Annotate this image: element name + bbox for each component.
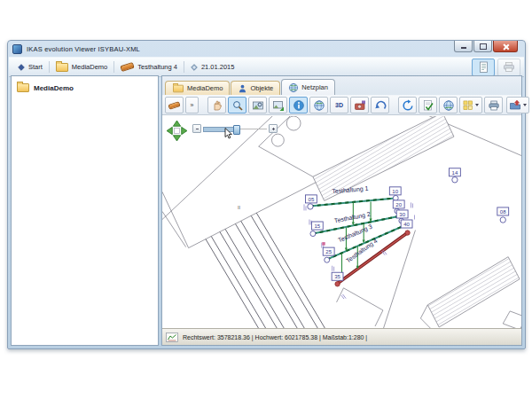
printer-icon bbox=[503, 61, 515, 73]
tree-item-mediademo[interactable]: MediaDemo bbox=[12, 76, 158, 99]
zoom-window-icon bbox=[252, 99, 264, 112]
globe-view-button[interactable] bbox=[309, 97, 328, 113]
svg-text:05: 05 bbox=[309, 196, 315, 202]
zoom-slider-handle[interactable] bbox=[233, 125, 240, 135]
node-marker: 20 bbox=[393, 200, 404, 208]
select-objects-button[interactable] bbox=[419, 97, 437, 113]
maximize-icon bbox=[480, 43, 487, 50]
pan-left-arrow[interactable] bbox=[167, 127, 172, 134]
objects-icon bbox=[238, 83, 247, 94]
svg-text:20: 20 bbox=[395, 201, 402, 207]
pan-navigation-control[interactable] bbox=[166, 120, 188, 142]
3d-label: 3D bbox=[335, 102, 343, 108]
snapshot-icon bbox=[354, 99, 366, 112]
breadcrumb-item-testhaltung[interactable]: Testhaltung 4 bbox=[115, 61, 183, 73]
info-icon bbox=[293, 99, 305, 112]
breadcrumb-item-start[interactable]: Start bbox=[12, 61, 48, 73]
globe-icon bbox=[442, 99, 455, 112]
node-marker: 05 bbox=[306, 195, 317, 203]
main-content: MediaDemo MediaDemo Obje bbox=[11, 75, 522, 346]
app-window: IKAS evolution Viewer ISYBAU-XML Start M… bbox=[7, 40, 526, 349]
pan-center[interactable] bbox=[174, 128, 179, 133]
minimize-icon bbox=[461, 47, 466, 49]
plus-icon bbox=[272, 128, 275, 130]
mouse-cursor-icon bbox=[224, 128, 232, 139]
more-label: » bbox=[191, 102, 194, 108]
tab-label: Objekte bbox=[250, 84, 273, 92]
breadcrumb-label: MediaDemo bbox=[72, 63, 107, 71]
selected-node-dot[interactable] bbox=[405, 231, 410, 235]
tab-mediademo[interactable]: MediaDemo bbox=[165, 81, 230, 95]
svg-text:30: 30 bbox=[399, 211, 405, 217]
report-button[interactable] bbox=[472, 59, 495, 76]
pipe-icon bbox=[121, 62, 135, 72]
view-3d-button[interactable]: 3D bbox=[330, 97, 348, 113]
zoom-out-button[interactable] bbox=[192, 124, 201, 133]
breadcrumb-label: Testhaltung 4 bbox=[137, 63, 177, 71]
tab-strip: MediaDemo Objekte bbox=[162, 76, 521, 95]
maximize-button[interactable] bbox=[473, 41, 492, 52]
close-button[interactable] bbox=[493, 41, 518, 52]
breadcrumb-item-inspection-date[interactable]: 21.01.2015 bbox=[185, 61, 240, 73]
pipe-label: Testhaltung 4 bbox=[345, 238, 379, 265]
pan-tool-button[interactable] bbox=[207, 97, 226, 113]
close-icon bbox=[503, 43, 509, 50]
export-button[interactable] bbox=[506, 97, 529, 113]
haltung-tool-button[interactable] bbox=[165, 97, 184, 113]
zoom-slider-line bbox=[236, 129, 267, 129]
netzplan-map-area[interactable]: II bbox=[162, 115, 521, 328]
hand-icon bbox=[211, 99, 223, 112]
svg-text:35: 35 bbox=[334, 273, 340, 279]
node-marker: 14 bbox=[450, 168, 461, 176]
tab-objekte[interactable]: Objekte bbox=[231, 81, 280, 95]
window-title: IKAS evolution Viewer ISYBAU-XML bbox=[27, 45, 140, 53]
svg-text:14: 14 bbox=[452, 169, 458, 176]
dropdown-caret-icon bbox=[475, 104, 479, 106]
breadcrumb-item-mediademo[interactable]: MediaDemo bbox=[51, 61, 113, 74]
pan-right-arrow[interactable] bbox=[182, 127, 187, 134]
pan-down-arrow[interactable] bbox=[173, 136, 180, 141]
zoom-extents-button[interactable] bbox=[269, 97, 287, 113]
node-marker: 10 bbox=[389, 187, 401, 195]
node-marker: 35 bbox=[332, 272, 343, 280]
undo-button[interactable] bbox=[371, 97, 389, 113]
svg-text:15: 15 bbox=[314, 223, 320, 229]
print-button[interactable] bbox=[497, 59, 520, 76]
zoom-slider-track[interactable] bbox=[203, 125, 267, 133]
start-icon bbox=[18, 64, 25, 71]
tab-netzplan[interactable]: Netzplan bbox=[281, 79, 335, 95]
refresh-button[interactable] bbox=[398, 97, 417, 113]
breadcrumb-label: Start bbox=[28, 63, 43, 71]
breadcrumb: Start MediaDemo Testhaltung 4 21.01.2015 bbox=[9, 57, 524, 77]
more-tools-button[interactable]: » bbox=[185, 97, 199, 113]
minimize-button[interactable] bbox=[454, 41, 473, 52]
zoom-slider[interactable] bbox=[192, 124, 278, 133]
plot-button[interactable] bbox=[484, 97, 503, 113]
zoom-extents-icon bbox=[272, 99, 285, 112]
map-status-bar: Rechtswert: 3578218.36 | Hochwert: 60217… bbox=[162, 328, 521, 345]
layers-button[interactable] bbox=[459, 97, 482, 113]
globe-icon bbox=[288, 82, 299, 93]
separator bbox=[184, 61, 184, 73]
separator bbox=[113, 61, 114, 73]
title-bar[interactable]: IKAS evolution Viewer ISYBAU-XML bbox=[8, 41, 525, 57]
tab-label: MediaDemo bbox=[187, 84, 223, 92]
zoom-window-button[interactable] bbox=[248, 97, 267, 113]
snapshot-tool-button[interactable] bbox=[350, 97, 369, 113]
netzplan-map[interactable]: II bbox=[162, 116, 521, 328]
zoom-tool-button[interactable] bbox=[228, 97, 246, 113]
separator bbox=[49, 61, 50, 73]
world-button[interactable] bbox=[439, 97, 458, 113]
app-icon bbox=[12, 44, 22, 54]
node-marker: 08 bbox=[497, 207, 509, 215]
map-toolbar: » bbox=[162, 95, 521, 115]
svg-text:10: 10 bbox=[392, 188, 398, 194]
info-tool-button[interactable] bbox=[289, 97, 308, 113]
track-lines bbox=[206, 213, 326, 328]
pan-up-arrow[interactable] bbox=[173, 121, 180, 126]
layers-grid-icon bbox=[463, 100, 473, 111]
hatched-building bbox=[427, 257, 520, 327]
zoom-in-button[interactable] bbox=[269, 124, 278, 133]
selected-node-dot[interactable] bbox=[335, 282, 340, 286]
node-marker: 30 bbox=[396, 210, 408, 218]
